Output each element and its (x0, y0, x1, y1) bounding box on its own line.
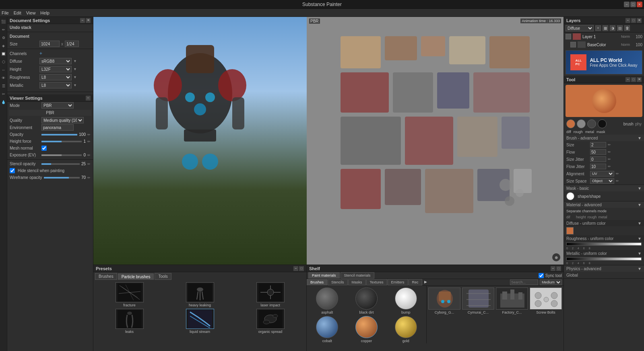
diffuse-color-swatch[interactable] (566, 227, 574, 234)
wireframe-edit[interactable]: ✏ (87, 176, 91, 180)
viewer-collapse-btn[interactable]: − (86, 96, 91, 101)
brush-label[interactable]: brush (623, 122, 634, 126)
phy-label[interactable]: phy (635, 122, 642, 126)
size-jitter-rp-input[interactable] (590, 156, 606, 162)
height-force-slider[interactable] (41, 141, 82, 142)
blend-mode-select[interactable]: Diffuse (566, 25, 594, 31)
diffuse-select[interactable]: sRGB8 (39, 58, 72, 64)
tab-shelf-stencils[interactable]: Stencils (328, 279, 348, 285)
layer-group-icon[interactable]: ▦ (603, 25, 608, 31)
doc-close-btn[interactable]: ✕ (86, 18, 91, 23)
tool-expand-btn[interactable]: □ (631, 77, 636, 82)
tab-shelf-emitters[interactable]: Emitters (388, 279, 408, 285)
size-input2[interactable] (65, 41, 79, 47)
mode-select[interactable]: PBR (41, 102, 74, 109)
tab-shelf-brushes[interactable]: Brushes (307, 279, 327, 285)
brush-liquid-stream[interactable]: liquid stream (165, 309, 234, 334)
quality-select[interactable]: Medium quality (16 spp) (41, 117, 84, 123)
base-color-row[interactable]: BaseColor Norm 100 (564, 41, 644, 49)
tool-icon-7[interactable]: ↔ (0, 67, 7, 73)
ad-banner[interactable]: ALLPC ALL PC World Free Apps One Click A… (566, 50, 642, 74)
layer-mask-icon[interactable]: ◑ (610, 25, 615, 31)
layers-expand-btn[interactable]: □ (631, 18, 636, 23)
layer-delete-icon[interactable]: 🗑 (624, 25, 630, 31)
exposure-edit[interactable]: ✏ (87, 153, 91, 157)
tab-paint-materials[interactable]: Paint materials (308, 272, 340, 279)
opacity-slider[interactable] (41, 134, 77, 135)
undo-stack-label[interactable]: Undo stack (7, 24, 93, 31)
alignment-select[interactable]: UV (590, 171, 614, 177)
ch-rough-color[interactable] (577, 119, 586, 128)
mat-copper[interactable]: copper (348, 316, 386, 343)
presets-expand-btn[interactable]: □ (299, 266, 304, 271)
layers-collapse-btn[interactable]: − (625, 18, 630, 23)
add-channel-btn[interactable]: + (39, 51, 42, 56)
environment-input[interactable] (41, 124, 74, 131)
shelf-expand-btn[interactable]: □ (556, 266, 561, 271)
tool-icon-2[interactable]: ✏ (0, 27, 7, 33)
ch-metal-color[interactable] (587, 119, 596, 128)
flow-jitter-edit[interactable]: ✏ (608, 164, 611, 168)
tab-shelf-more[interactable]: ▶ (423, 279, 429, 285)
layer-add-icon[interactable]: + (595, 25, 601, 31)
height-select[interactable]: L32F (39, 66, 72, 72)
close-button[interactable]: ✕ (637, 2, 642, 7)
layer-1-row[interactable]: Layer 1 Norm 100 (564, 33, 644, 41)
presets-collapse-btn[interactable]: − (293, 266, 298, 271)
stencil-edit[interactable]: ✏ (87, 162, 91, 166)
asset-cyborg[interactable]: Cyborg_G... (428, 287, 460, 342)
flow-jitter-rp-input[interactable] (590, 164, 606, 169)
tab-shelf-rec[interactable]: Rec (409, 279, 422, 285)
asset-cymurai[interactable]: Cymurai_C... (462, 287, 494, 342)
brush-advanced-header[interactable]: Brush - advanced ▼ (564, 135, 644, 141)
tool-icon-9[interactable]: ☰ (0, 83, 7, 89)
mat-cobalt[interactable]: cobalt (308, 316, 346, 343)
mask-basic-header[interactable]: Mask - basic ▼ (564, 185, 644, 191)
viewport-3d[interactable] (93, 17, 307, 265)
size-input[interactable] (39, 41, 60, 47)
sync-tool-checkbox[interactable] (539, 273, 544, 278)
minimize-button[interactable]: − (624, 2, 630, 7)
flow-rp-input[interactable] (590, 149, 606, 155)
alignment-edit[interactable]: ✏ (616, 172, 619, 176)
exposure-slider[interactable] (41, 154, 82, 156)
tool-icon-dropper[interactable]: 💧 (0, 99, 7, 105)
asset-screw-bolts[interactable]: Screw Bolts (530, 287, 562, 342)
tool-icon-4[interactable]: ◈ (0, 43, 7, 49)
ch-diff-color[interactable] (566, 119, 575, 128)
flow-edit[interactable]: ✏ (608, 150, 611, 154)
material-advanced-header[interactable]: Material - advanced ▼ (564, 201, 644, 208)
size-rp-input[interactable] (590, 142, 606, 148)
tool-icon-10[interactable]: ✂ (0, 91, 7, 97)
tool-icon-8[interactable]: 👁 (0, 75, 7, 81)
tab-brushes[interactable]: Brushes (95, 273, 117, 280)
tool-icon-3[interactable]: ⚙ (0, 35, 7, 41)
shelf-search-input[interactable] (510, 279, 538, 285)
tool-close-btn[interactable]: ✕ (637, 77, 642, 82)
brush-heavy-leaking[interactable]: heavy leaking (165, 282, 234, 307)
tab-tools[interactable]: Tools (155, 273, 171, 280)
size-space-select[interactable]: Object (590, 178, 614, 184)
layer-fill-icon[interactable]: ▤ (617, 25, 623, 31)
hide-stencil-checkbox[interactable] (10, 168, 15, 173)
roughness-select[interactable]: L8 (39, 74, 72, 80)
physics-advanced-header[interactable]: Physics - advanced ▼ (564, 265, 644, 272)
wireframe-slider[interactable] (44, 177, 80, 179)
stencil-slider[interactable] (41, 163, 80, 165)
uv-control-btn[interactable]: ⊕ (552, 253, 560, 261)
mat-black-dirt[interactable]: black dirt (348, 287, 386, 314)
mesh-normal-checkbox[interactable] (41, 146, 47, 151)
shelf-medium-select[interactable]: Medium (540, 279, 562, 285)
ch-mask-color[interactable] (598, 119, 607, 128)
brush-leaks[interactable]: leaks (95, 309, 164, 334)
maximize-button[interactable]: □ (630, 2, 636, 7)
brush-fracture[interactable]: fracture (95, 282, 164, 307)
asset-factory[interactable]: Factory_C... (496, 287, 528, 342)
tool-icon-6[interactable]: ⬡ (0, 59, 7, 65)
size-jitter-edit[interactable]: ✏ (608, 157, 611, 161)
brush-organic-spread[interactable]: organic spread (236, 309, 305, 334)
metallic-select[interactable]: L8 (39, 82, 72, 88)
tab-particle-brushes[interactable]: Particle brushes (118, 273, 154, 280)
menu-edit[interactable]: Edit (14, 10, 21, 15)
layers-close-btn[interactable]: ✕ (637, 18, 642, 23)
